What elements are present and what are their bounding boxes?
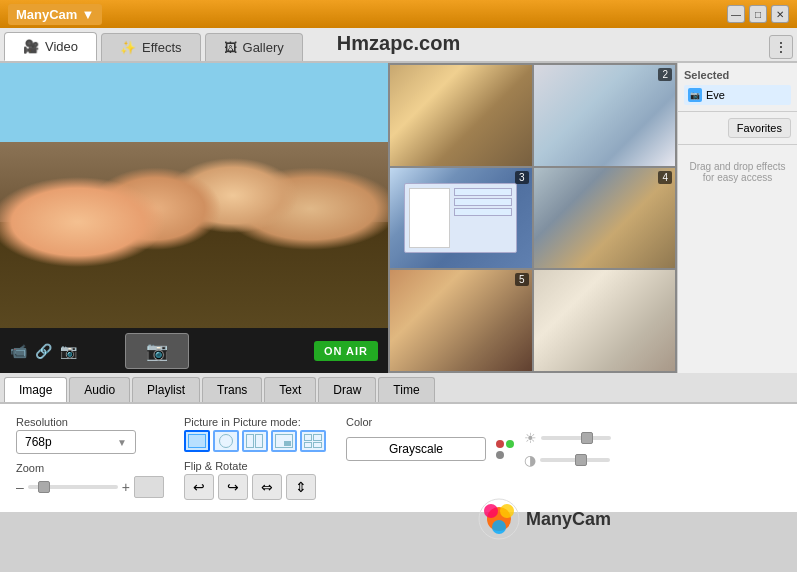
sub-tab-text[interactable]: Text — [264, 377, 316, 402]
color-slider-1[interactable] — [541, 436, 611, 440]
link-icon[interactable]: 🔗 — [35, 343, 52, 359]
selected-item-eve[interactable]: 📷 Eve — [684, 85, 791, 105]
grid-cell-6[interactable] — [534, 270, 676, 371]
sub-tab-trans[interactable]: Trans — [202, 377, 262, 402]
sub-tab-image-label: Image — [19, 383, 52, 397]
zoom-group: Zoom – + — [16, 462, 164, 498]
camera-button[interactable]: 📷 — [125, 333, 189, 369]
preview-area: 📹 🔗 📷 📷 ON AIR — [0, 63, 388, 373]
manycam-logo-icon — [478, 498, 520, 540]
grid-badge-5: 5 — [515, 273, 529, 286]
grid-cell-1-image — [390, 65, 532, 166]
item-icon: 📷 — [688, 88, 702, 102]
flip-left-button[interactable]: ↩ — [184, 474, 214, 500]
sub-tab-image[interactable]: Image — [4, 377, 67, 402]
sub-tab-draw[interactable]: Draw — [318, 377, 376, 402]
grid-badge-2: 2 — [658, 68, 672, 81]
sub-tab-text-label: Text — [279, 383, 301, 397]
selected-header: Selected — [684, 69, 791, 81]
settings-col-1: Resolution 768p ▼ Zoom – + — [16, 416, 164, 500]
color-dot-red — [496, 440, 504, 448]
resolution-label: Resolution — [16, 416, 164, 428]
sub-tab-trans-label: Trans — [217, 383, 247, 397]
flip-right-button[interactable]: ↪ — [218, 474, 248, 500]
favorites-button[interactable]: Favorites — [728, 118, 791, 138]
dropdown-arrow-icon: ▼ — [81, 7, 94, 22]
app-logo[interactable]: ManyCam ▼ — [8, 4, 102, 25]
color-group: Color Grayscale ☀ — [346, 416, 611, 468]
zoom-minus-icon[interactable]: – — [16, 479, 24, 495]
pip-btn-grid[interactable] — [300, 430, 326, 452]
resolution-value: 768p — [25, 435, 52, 449]
color-slider-2-row: ◑ — [524, 452, 611, 468]
grid-cell-2[interactable]: 2 — [534, 65, 676, 166]
resolution-dropdown-arrow: ▼ — [117, 437, 127, 448]
grid-cell-4-image — [534, 168, 676, 269]
grid-cell-5[interactable]: 5 — [390, 270, 532, 371]
grid-cell-2-image — [534, 65, 676, 166]
mirror-vertical-button[interactable]: ⇕ — [286, 474, 316, 500]
sub-tab-audio-label: Audio — [84, 383, 115, 397]
flip-group: Flip & Rotate ↩ ↪ ⇔ ⇕ — [184, 460, 326, 500]
grid-cell-6-image — [534, 270, 676, 371]
contrast-icon: ◑ — [524, 452, 536, 468]
pip-buttons — [184, 430, 326, 452]
nav-right-button[interactable]: ⋮ — [769, 35, 793, 59]
sub-tab-time-label: Time — [393, 383, 419, 397]
pip-label: Picture in Picture mode: — [184, 416, 326, 428]
pip-group: Picture in Picture mode: — [184, 416, 326, 452]
zoom-slider[interactable] — [28, 485, 118, 489]
minimize-button[interactable]: — — [727, 5, 745, 23]
grid-cell-3-image — [390, 168, 532, 269]
grid-cell-3[interactable]: 3 — [390, 168, 532, 269]
close-button[interactable]: ✕ — [771, 5, 789, 23]
sub-tab-playlist-label: Playlist — [147, 383, 185, 397]
zoom-label: Zoom — [16, 462, 164, 474]
webcam-icon[interactable]: 📹 — [10, 343, 27, 359]
tab-gallery-label: Gallery — [243, 40, 284, 55]
selected-section: Selected 📷 Eve — [678, 63, 797, 112]
tab-effects[interactable]: ✨ Effects — [101, 33, 201, 61]
grid-cell-4[interactable]: 4 — [534, 168, 676, 269]
tab-video[interactable]: 🎥 Video — [4, 32, 97, 61]
settings-col-3: Color Grayscale ☀ — [346, 416, 611, 500]
snapshot-icon[interactable]: 📷 — [60, 343, 77, 359]
grayscale-button[interactable]: Grayscale — [346, 437, 486, 461]
sub-tab-time[interactable]: Time — [378, 377, 434, 402]
maximize-button[interactable]: □ — [749, 5, 767, 23]
video-icon: 🎥 — [23, 39, 39, 54]
grid-cell-1[interactable] — [390, 65, 532, 166]
svg-point-4 — [492, 520, 506, 534]
resolution-dropdown[interactable]: 768p ▼ — [16, 430, 136, 454]
favorites-section: Favorites — [678, 112, 797, 145]
resolution-group: Resolution 768p ▼ — [16, 416, 164, 454]
pip-btn-corner[interactable] — [271, 430, 297, 452]
color-slider-2[interactable] — [540, 458, 610, 462]
title-bar: ManyCam ▼ — □ ✕ — [0, 0, 797, 28]
pip-btn-circle[interactable] — [213, 430, 239, 452]
app-title: Hmzapc.com — [337, 32, 460, 55]
sub-tab-draw-label: Draw — [333, 383, 361, 397]
mirror-horizontal-button[interactable]: ⇔ — [252, 474, 282, 500]
pip-btn-full[interactable] — [184, 430, 210, 452]
flip-label: Flip & Rotate — [184, 460, 326, 472]
flip-buttons: ↩ ↪ ⇔ ⇕ — [184, 474, 326, 500]
color-slider-1-row: ☀ — [524, 430, 611, 446]
preview-controls: 📹 🔗 📷 📷 ON AIR — [0, 328, 388, 373]
window-controls: — □ ✕ — [727, 5, 789, 23]
nav-right-icon: ⋮ — [775, 40, 787, 54]
app-name: ManyCam — [16, 7, 77, 22]
sub-tab-audio[interactable]: Audio — [69, 377, 130, 402]
preview-image — [0, 63, 388, 328]
color-label: Color — [346, 416, 611, 428]
grid-badge-4: 4 — [658, 171, 672, 184]
tab-gallery[interactable]: 🖼 Gallery — [205, 33, 303, 61]
item-label: Eve — [706, 89, 725, 101]
color-dot-green — [506, 440, 514, 448]
grid-area: 2 3 4 5 — [388, 63, 677, 373]
svg-point-2 — [484, 504, 498, 518]
color-dot-gray — [496, 451, 504, 459]
pip-btn-side-by-side[interactable] — [242, 430, 268, 452]
zoom-plus-icon[interactable]: + — [122, 479, 130, 495]
sub-tab-playlist[interactable]: Playlist — [132, 377, 200, 402]
